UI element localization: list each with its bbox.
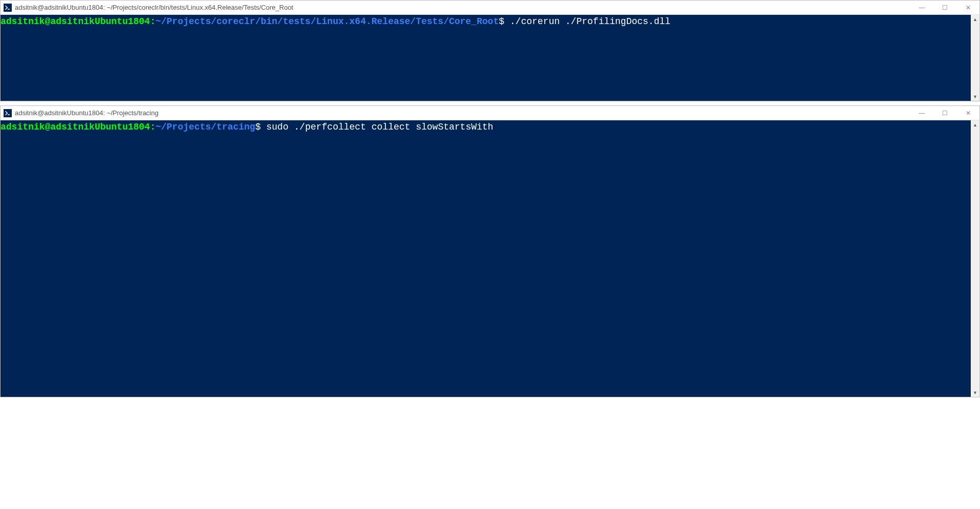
terminal-content-2[interactable]: adsitnik@adsitnikUbuntu1804:~/Projects/t… xyxy=(1,120,970,133)
prompt-command: sudo ./perfcollect collect slowStartsWit… xyxy=(261,122,494,132)
titlebar-2[interactable]: adsitnik@adsitnikUbuntu1804: ~/Projects/… xyxy=(1,106,979,120)
minimize-button[interactable]: — xyxy=(910,106,933,120)
terminal-window-1: adsitnik@adsitnikUbuntu1804: ~/Projects/… xyxy=(0,0,980,101)
minimize-button[interactable]: — xyxy=(910,1,933,14)
window-title-2: adsitnik@adsitnikUbuntu1804: ~/Projects/… xyxy=(15,109,158,117)
close-button[interactable]: ✕ xyxy=(956,106,979,120)
prompt-colon: : xyxy=(150,16,156,27)
window-controls-1: — ☐ ✕ xyxy=(910,1,979,14)
titlebar-1[interactable]: adsitnik@adsitnikUbuntu1804: ~/Projects/… xyxy=(1,1,979,15)
prompt-path: ~/Projects/coreclr/bin/tests/Linux.x64.R… xyxy=(155,16,499,27)
prompt-dollar: $ xyxy=(499,16,504,27)
close-button[interactable]: ✕ xyxy=(956,1,979,14)
prompt-colon: : xyxy=(150,122,156,132)
scroll-down-icon[interactable]: ▼ xyxy=(971,388,979,397)
powershell-icon xyxy=(4,4,12,12)
scroll-track[interactable] xyxy=(971,129,979,388)
prompt-user-host: adsitnik@adsitnikUbuntu1804 xyxy=(1,122,150,132)
scrollbar-1[interactable]: ▲ ▼ xyxy=(971,15,979,101)
scrollbar-2[interactable]: ▲ ▼ xyxy=(971,120,979,397)
prompt-user-host: adsitnik@adsitnikUbuntu1804 xyxy=(1,16,150,27)
scroll-down-icon[interactable]: ▼ xyxy=(971,92,979,101)
prompt-path: ~/Projects/tracing xyxy=(155,122,255,132)
scroll-up-icon[interactable]: ▲ xyxy=(971,120,979,129)
powershell-icon xyxy=(4,109,12,117)
scroll-track[interactable] xyxy=(971,24,979,92)
terminal-window-2: adsitnik@adsitnikUbuntu1804: ~/Projects/… xyxy=(0,105,980,397)
prompt-command: ./corerun ./ProfilingDocs.dll xyxy=(504,16,670,27)
terminal-body-2[interactable]: adsitnik@adsitnikUbuntu1804:~/Projects/t… xyxy=(1,120,979,397)
prompt-dollar: $ xyxy=(255,122,261,132)
maximize-button[interactable]: ☐ xyxy=(933,1,956,14)
scroll-up-icon[interactable]: ▲ xyxy=(971,15,979,24)
window-controls-2: — ☐ ✕ xyxy=(910,106,979,120)
terminal-content-1[interactable]: adsitnik@adsitnikUbuntu1804:~/Projects/c… xyxy=(1,15,970,27)
terminal-body-1[interactable]: adsitnik@adsitnikUbuntu1804:~/Projects/c… xyxy=(1,15,979,101)
maximize-button[interactable]: ☐ xyxy=(933,106,956,120)
window-title-1: adsitnik@adsitnikUbuntu1804: ~/Projects/… xyxy=(15,4,293,11)
